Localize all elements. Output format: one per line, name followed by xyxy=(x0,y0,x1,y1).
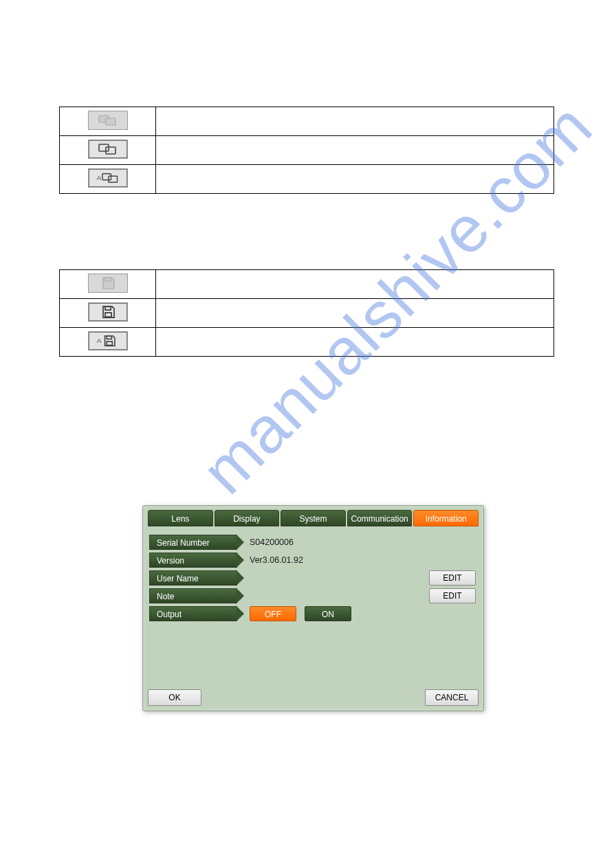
edit-note-button[interactable]: EDIT xyxy=(429,588,476,603)
save-icon-auto: A xyxy=(88,331,128,350)
username-label: User Name xyxy=(149,570,237,586)
svg-rect-1 xyxy=(106,118,116,125)
svg-rect-11 xyxy=(107,335,111,339)
tabs: Lens Display System Communication Inform… xyxy=(148,510,479,526)
save-icon-disabled xyxy=(88,274,128,293)
version-value: Ver3.06.01.92 xyxy=(250,555,303,565)
tab-lens[interactable]: Lens xyxy=(148,510,213,526)
icon-table-save: A xyxy=(59,269,554,357)
note-label: Note xyxy=(149,588,237,603)
table-row xyxy=(60,107,554,136)
icon-cell xyxy=(60,107,156,136)
svg-rect-5 xyxy=(102,173,111,179)
svg-rect-12 xyxy=(107,341,112,344)
row-note: Note EDIT xyxy=(149,587,476,604)
description-cell xyxy=(156,165,554,194)
icon-cell xyxy=(60,136,156,165)
edit-username-button[interactable]: EDIT xyxy=(429,570,476,586)
output-on-button[interactable]: ON xyxy=(305,606,351,621)
icon-cell: A xyxy=(60,328,156,357)
tab-display[interactable]: Display xyxy=(215,510,280,526)
description-cell xyxy=(156,136,554,165)
icon-table-transfer: A xyxy=(59,107,554,194)
description-cell xyxy=(156,328,554,357)
icon-cell: A xyxy=(60,165,156,194)
tab-system[interactable]: System xyxy=(281,510,346,526)
description-cell xyxy=(156,299,554,328)
dialog-body: Serial Number S04200006 Version Ver3.06.… xyxy=(148,529,479,625)
table-row xyxy=(60,299,554,328)
svg-rect-6 xyxy=(108,176,117,182)
table-row: A xyxy=(60,165,554,194)
svg-text:A: A xyxy=(96,173,101,181)
icon-cell xyxy=(60,270,156,299)
table-row: A xyxy=(60,328,554,357)
tab-information[interactable]: Information xyxy=(413,510,479,526)
svg-rect-8 xyxy=(105,307,111,310)
row-output: Output OFF ON xyxy=(149,605,476,622)
row-version: Version Ver3.06.01.92 xyxy=(149,551,476,568)
version-label: Version xyxy=(149,553,237,568)
row-username: User Name EDIT xyxy=(149,569,476,586)
icon-cell xyxy=(60,299,156,328)
svg-rect-7 xyxy=(105,278,111,281)
transfer-icon-auto: A xyxy=(88,168,128,188)
tab-communication[interactable]: Communication xyxy=(347,510,413,526)
svg-rect-2 xyxy=(99,144,109,151)
ok-button[interactable]: OK xyxy=(148,689,201,706)
description-cell xyxy=(156,270,554,299)
row-serial: Serial Number S04200006 xyxy=(149,533,476,550)
table-row xyxy=(60,136,554,165)
transfer-icon-disabled xyxy=(88,111,128,130)
output-off-button[interactable]: OFF xyxy=(250,606,296,621)
save-icon-enabled xyxy=(88,302,128,322)
svg-text:A: A xyxy=(96,336,101,344)
output-label: Output xyxy=(149,606,237,621)
settings-dialog: Lens Display System Communication Inform… xyxy=(142,505,484,711)
table-row xyxy=(60,270,554,299)
dialog-buttons: OK CANCEL xyxy=(148,689,479,706)
serial-label: Serial Number xyxy=(149,535,237,550)
svg-rect-3 xyxy=(106,147,116,154)
serial-value: S04200006 xyxy=(250,537,294,547)
cancel-button[interactable]: CANCEL xyxy=(425,689,479,706)
transfer-icon-enabled xyxy=(88,140,128,159)
svg-rect-9 xyxy=(105,313,111,317)
description-cell xyxy=(156,107,554,136)
